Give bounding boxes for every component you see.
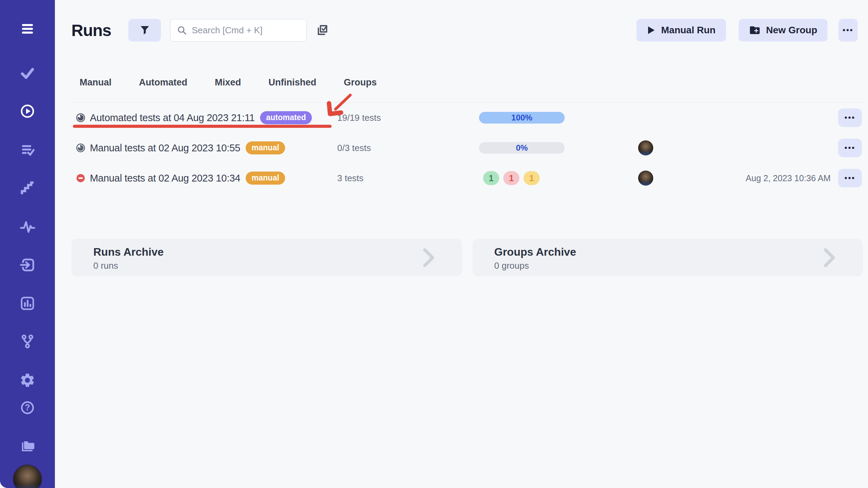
progress-label: 0%	[479, 142, 565, 154]
test-cases-icon[interactable]	[19, 65, 36, 81]
integrations-icon[interactable]	[19, 333, 36, 350]
run-row-automated: Automated tests at 04 Aug 2023 21:11 aut…	[71, 103, 863, 133]
header-more-button[interactable]: •••	[838, 19, 858, 42]
runs-archive-card[interactable]: Runs Archive 0 runs	[71, 239, 462, 276]
defects-icon[interactable]	[19, 218, 36, 235]
ellipsis-icon: •••	[843, 26, 854, 34]
run-tabs: Manual Automated Mixed Unfinished Groups	[80, 73, 868, 92]
chevron-right-icon	[824, 248, 835, 267]
run-type-badge: automated	[260, 111, 312, 124]
ellipsis-icon: •••	[844, 114, 855, 121]
tests-count: 19/19 tests	[337, 113, 381, 123]
run-title[interactable]: Manual tests at 02 Aug 2023 10:55	[90, 142, 240, 154]
blocked-count-badge: 1	[524, 171, 540, 185]
user-avatar[interactable]	[13, 464, 42, 488]
tab-manual[interactable]: Manual	[80, 77, 112, 88]
menu-icon[interactable]	[19, 21, 36, 37]
new-group-label: New Group	[766, 25, 817, 36]
groups-archive-card[interactable]: Groups Archive 0 groups	[472, 239, 863, 276]
new-group-button[interactable]: New Group	[739, 19, 828, 42]
result-stats: 1 1 1	[483, 171, 540, 185]
projects-icon[interactable]	[19, 437, 36, 454]
progress-label: 100%	[479, 112, 565, 124]
svg-text:?: ?	[25, 403, 30, 412]
header-actions: Manual Run New Group •••	[636, 19, 858, 42]
archive-count: 0 runs	[93, 260, 462, 271]
settings-icon[interactable]	[19, 372, 36, 388]
main-content: Runs Manual Run	[55, 0, 868, 488]
manual-run-button[interactable]: Manual Run	[636, 19, 726, 42]
folder-plus-icon	[749, 24, 761, 36]
run-title[interactable]: Automated tests at 04 Aug 2023 21:11	[90, 112, 255, 124]
assignee-avatar[interactable]	[638, 140, 653, 155]
page-header: Runs Manual Run	[71, 19, 858, 42]
manual-run-label: Manual Run	[661, 25, 716, 36]
progress-bar: 0%	[479, 142, 565, 154]
tab-automated[interactable]: Automated	[139, 77, 187, 88]
sidebar: ?	[0, 0, 55, 488]
search-input[interactable]	[192, 25, 300, 36]
runs-list: Automated tests at 04 Aug 2023 21:11 aut…	[71, 102, 863, 193]
archive-title: Runs Archive	[93, 246, 462, 258]
progress-bar: 100%	[479, 112, 565, 124]
run-type-badge: manual	[246, 141, 285, 154]
tests-count: 0/3 tests	[337, 143, 371, 153]
run-type-badge: manual	[246, 172, 285, 185]
milestones-icon[interactable]	[19, 180, 36, 197]
search-icon	[177, 25, 187, 35]
archive-title: Groups Archive	[494, 246, 863, 258]
tab-groups[interactable]: Groups	[344, 77, 377, 88]
bulk-select-icon[interactable]	[315, 23, 329, 37]
failed-count-badge: 1	[503, 171, 519, 185]
help-icon[interactable]: ?	[19, 399, 36, 416]
run-progress-pie-icon	[76, 143, 85, 152]
filter-icon	[139, 24, 151, 36]
ellipsis-icon: •••	[844, 144, 855, 152]
tests-count: 3 tests	[337, 173, 364, 184]
completed-date: Aug 2, 2023 10:36 AM	[746, 173, 831, 183]
search-box[interactable]	[170, 19, 307, 42]
run-more-button[interactable]: •••	[838, 139, 862, 157]
run-stopped-icon	[76, 174, 85, 183]
passed-count-badge: 1	[483, 171, 499, 185]
page-title: Runs	[71, 21, 111, 40]
ellipsis-icon: •••	[844, 174, 855, 182]
filter-button[interactable]	[128, 19, 161, 42]
run-row-manual-1055: Manual tests at 02 Aug 2023 10:55 manual…	[71, 133, 863, 163]
import-icon[interactable]	[19, 257, 36, 273]
run-title[interactable]: Manual tests at 02 Aug 2023 10:34	[90, 173, 240, 184]
archive-count: 0 groups	[494, 260, 863, 271]
chevron-right-icon	[423, 248, 435, 267]
test-plans-icon[interactable]	[19, 141, 36, 158]
run-more-button[interactable]: •••	[838, 108, 862, 127]
assignee-avatar[interactable]	[638, 171, 653, 186]
play-icon	[647, 25, 656, 35]
analytics-icon[interactable]	[19, 295, 36, 312]
run-more-button[interactable]: •••	[838, 169, 862, 187]
archive-section: Runs Archive 0 runs Groups Archive 0 gro…	[71, 239, 863, 276]
run-progress-pie-icon	[76, 113, 85, 122]
run-row-manual-1034: Manual tests at 02 Aug 2023 10:34 manual…	[71, 163, 863, 193]
tab-unfinished[interactable]: Unfinished	[269, 77, 317, 88]
test-runs-icon[interactable]	[19, 103, 36, 119]
tab-mixed[interactable]: Mixed	[215, 77, 241, 88]
